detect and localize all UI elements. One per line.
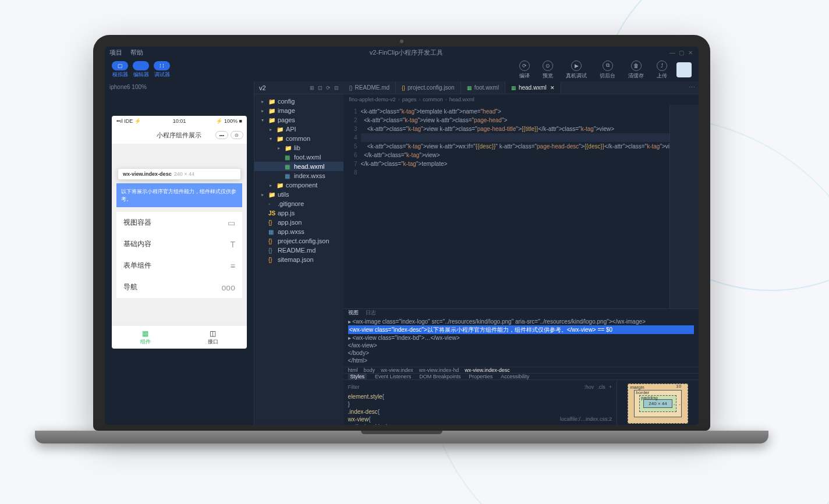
- action-button-3[interactable]: ⧉切后台: [600, 61, 615, 80]
- tree-item[interactable]: ▸📁component: [254, 180, 343, 190]
- phone-list-item[interactable]: 视图容器▭: [116, 212, 242, 233]
- tab-close-icon[interactable]: ✕: [550, 85, 555, 91]
- tree-item[interactable]: ▦foot.wxml: [254, 152, 343, 162]
- statusbar-time: 10:01: [173, 118, 186, 124]
- phone-list-item[interactable]: 表单组件≡: [116, 255, 242, 276]
- tree-item[interactable]: ▾📁pages: [254, 115, 343, 125]
- editor-tab[interactable]: {}project.config.json: [396, 81, 461, 94]
- laptop-frame: 项目 帮助 v2-FinClip小程序开发工具 — ▢ ✕ ▢模拟器 编辑器 ⫶…: [93, 35, 710, 454]
- editor-panel: {}README.md {}project.config.json ▦foot.…: [343, 81, 699, 425]
- tree-item[interactable]: ▸📁config: [254, 97, 343, 106]
- elements-crumb[interactable]: wx-view.index: [381, 367, 413, 373]
- styles-tab[interactable]: Event Listeners: [375, 374, 411, 379]
- toolbar: ▢模拟器 编辑器 ⫶⫶调试器 ⟳编译 ⊙预览 ▶真机调试 ⧉切后台 🗑清缓存 ⤴…: [105, 58, 699, 81]
- styles-tab[interactable]: Accessibility: [501, 374, 529, 379]
- tree-item[interactable]: {}app.json: [254, 218, 343, 227]
- ide-screen: 项目 帮助 v2-FinClip小程序开发工具 — ▢ ✕ ▢模拟器 编辑器 ⫶…: [105, 47, 699, 425]
- file-explorer-panel: v2 ⊞ ⊡ ⟳ ⊟ ▸📁config ▸📁image ▾📁pages ▸📁AP…: [254, 81, 343, 425]
- maximize-icon[interactable]: ▢: [679, 49, 685, 55]
- mode-button-2[interactable]: ⫶⫶调试器: [154, 61, 170, 79]
- breadcrumb-segment[interactable]: fino-applet-demo-v2: [349, 97, 396, 102]
- tree-item[interactable]: ▦app.wxss: [254, 227, 343, 236]
- elements-breadcrumb: htmlbodywx-view.indexwx-view.index-hdwx-…: [343, 367, 699, 374]
- nav-close-icon[interactable]: ⊙: [231, 131, 243, 139]
- app-title: v2-FinClip小程序开发工具: [151, 48, 661, 57]
- tree-item[interactable]: ▾📁common: [254, 134, 343, 143]
- tree-item[interactable]: {}sitemap.json: [254, 255, 343, 264]
- avatar[interactable]: [676, 62, 692, 77]
- breadcrumb-segment[interactable]: head.wxml: [449, 97, 474, 102]
- tree-item[interactable]: ▸📁lib: [254, 143, 343, 152]
- styles-pane[interactable]: Filter :hov .cls + element.style {}.inde…: [343, 380, 617, 425]
- tree-item[interactable]: ▸📁utils: [254, 190, 343, 199]
- new-file-icon[interactable]: ⊞: [310, 85, 314, 91]
- mode-button-1[interactable]: 编辑器: [133, 61, 149, 79]
- hov-toggle[interactable]: :hov: [584, 384, 594, 391]
- statusbar-signal: ••ıl IDE ⚡: [116, 118, 141, 124]
- statusbar-battery: ⚡ 100% ■: [216, 118, 242, 124]
- editor-tab[interactable]: ▦head.wxml✕: [505, 81, 561, 94]
- styles-tab[interactable]: Properties: [469, 374, 493, 379]
- selected-element-highlight: 以下将展示小程序官方组件能力，组件样式仅供参考。: [116, 183, 242, 207]
- devtools-tab-view[interactable]: 视图: [348, 309, 359, 317]
- tree-item[interactable]: ▸📁image: [254, 106, 343, 115]
- new-folder-icon[interactable]: ⊡: [318, 85, 323, 91]
- devtools-tab-log[interactable]: 日志: [366, 309, 376, 317]
- elements-crumb[interactable]: body: [364, 367, 375, 373]
- line-gutter: 12345678: [343, 105, 361, 308]
- code-content[interactable]: <k-attr">class="k-tag">template k-attr">…: [361, 105, 669, 308]
- action-button-4[interactable]: 🗑清缓存: [628, 61, 644, 80]
- collapse-icon[interactable]: ⊟: [334, 85, 339, 91]
- action-button-5[interactable]: ⤴上传: [657, 61, 667, 80]
- styles-tab[interactable]: DOM Breakpoints: [419, 374, 460, 379]
- tree-item[interactable]: JSapp.js: [254, 208, 343, 218]
- window-controls: — ▢ ✕: [669, 49, 694, 55]
- phone-tab-1[interactable]: ◫接口: [179, 326, 247, 349]
- menubar: 项目 帮助 v2-FinClip小程序开发工具 — ▢ ✕: [105, 47, 699, 58]
- tree-item[interactable]: ▦index.wxss: [254, 171, 343, 180]
- refresh-icon[interactable]: ⟳: [326, 85, 331, 91]
- close-icon[interactable]: ✕: [688, 49, 694, 55]
- breadcrumb-segment[interactable]: common: [423, 97, 443, 102]
- tree-item[interactable]: {}README.md: [254, 246, 343, 255]
- cls-toggle[interactable]: .cls: [597, 384, 605, 391]
- editor-tab[interactable]: ▦foot.wxml: [461, 81, 505, 94]
- elements-crumb[interactable]: html: [348, 367, 358, 373]
- action-button-0[interactable]: ⟳编译: [519, 61, 530, 80]
- action-button-2[interactable]: ▶真机调试: [566, 61, 587, 80]
- nav-more-icon[interactable]: •••: [215, 131, 228, 139]
- minimap[interactable]: [669, 105, 699, 308]
- breadcrumb-segment[interactable]: pages: [402, 97, 417, 102]
- tree-item[interactable]: ▸📁API: [254, 125, 343, 134]
- add-rule-button[interactable]: +: [609, 384, 612, 391]
- styles-filter-input[interactable]: Filter: [348, 384, 360, 391]
- menu-project[interactable]: 项目: [109, 48, 122, 57]
- editor-tab[interactable]: {}README.md: [343, 81, 396, 94]
- box-model: margin 10 border - padding - 240 × 4: [617, 380, 699, 425]
- simulator-panel: iphone6 100% ••ıl IDE ⚡ 10:01 ⚡ 100% ■ 小…: [105, 81, 254, 425]
- device-label: iphone6 100%: [105, 81, 254, 93]
- nav-title: 小程序组件展示: [157, 131, 201, 140]
- elements-crumb[interactable]: wx-view.index-hd: [419, 367, 459, 373]
- tabs-more-icon[interactable]: ⋯: [685, 81, 699, 94]
- phone-list-item[interactable]: 基础内容T: [116, 233, 242, 255]
- tree-item[interactable]: {}project.config.json: [254, 236, 343, 246]
- elements-tree[interactable]: ▸ <wx-image class="index-logo" src="../r…: [343, 317, 699, 367]
- breadcrumb: fino-applet-demo-v2›pages›common›head.wx…: [343, 94, 699, 105]
- menu-help[interactable]: 帮助: [130, 48, 143, 57]
- tree-item[interactable]: ▦head.wxml: [254, 162, 343, 171]
- devtools-panel: 视图 日志 ▸ <wx-image class="index-logo" src…: [343, 308, 699, 425]
- styles-tab[interactable]: Styles: [348, 374, 367, 379]
- mode-button-0[interactable]: ▢模拟器: [112, 61, 128, 79]
- action-button-1[interactable]: ⊙预览: [543, 61, 553, 80]
- tree-item[interactable]: ▫.gitignore: [254, 199, 343, 208]
- phone-list-item[interactable]: 导航ooo: [116, 276, 242, 298]
- project-root-name[interactable]: v2: [259, 84, 266, 91]
- phone-tab-0[interactable]: ▦组件: [112, 326, 179, 349]
- elements-crumb[interactable]: wx-view.index-desc: [465, 367, 510, 373]
- phone-preview: ••ıl IDE ⚡ 10:01 ⚡ 100% ■ 小程序组件展示 ••• ⊙: [112, 116, 247, 349]
- inspect-tooltip: wx-view.index-desc240 × 44: [118, 168, 241, 180]
- minimize-icon[interactable]: —: [669, 49, 675, 55]
